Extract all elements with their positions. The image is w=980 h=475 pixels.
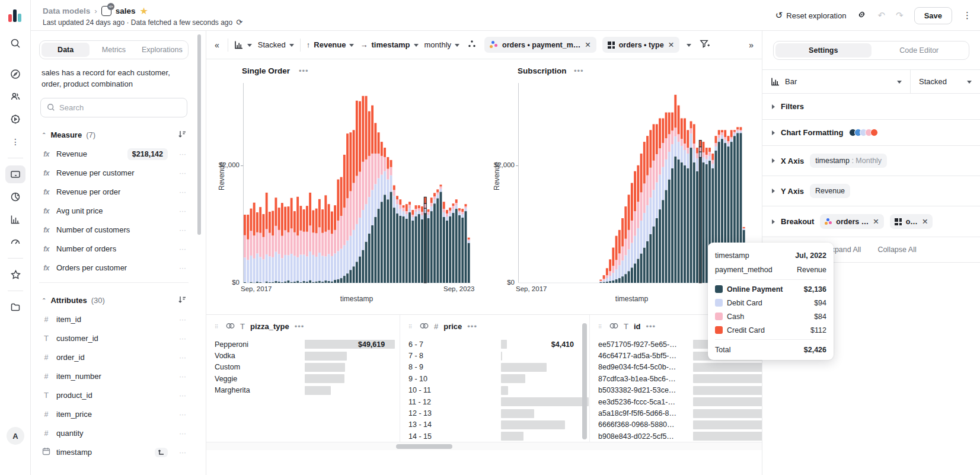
sort-icon[interactable] [178, 130, 186, 140]
measure-item[interactable]: fxAvg unit price··· [39, 202, 189, 221]
stack-mode-select[interactable]: Stacked [910, 70, 980, 93]
section-breakout[interactable]: Breakout orders … ✕ o… ✕ [762, 206, 980, 237]
y-field-dropdown[interactable]: ↑Revenue [307, 40, 355, 49]
preview-row[interactable]: Pepperoni$49,619 [215, 339, 400, 350]
collapse-left-icon[interactable]: « [212, 38, 222, 52]
preview-row[interactable]: 14 - 15 [408, 431, 589, 442]
breakout-pill-type[interactable]: orders • type ✕ [602, 37, 679, 53]
preview-row[interactable]: 7 - 8 [408, 350, 589, 361]
attributes-section-header[interactable]: ⌃ Attributes (30) [42, 294, 186, 308]
breakout-pill-payment-method[interactable]: orders … ✕ [820, 214, 883, 229]
panel-scrollbar[interactable] [582, 323, 587, 439]
row-menu-icon[interactable]: ··· [179, 448, 186, 457]
query-pie-icon[interactable] [5, 188, 25, 206]
attribute-item[interactable]: timestamp··· [39, 443, 189, 462]
preview-row[interactable]: a5a18c9f-f5f6-5d66-8… [598, 407, 762, 419]
redo-icon[interactable]: ↷ [896, 10, 904, 21]
row-menu-icon[interactable]: ··· [179, 264, 186, 272]
bar-chart-icon[interactable] [5, 211, 25, 228]
favorite-star-icon[interactable]: ★ [140, 5, 148, 17]
x-field-dropdown[interactable]: →timestamp [360, 40, 418, 49]
attribute-item[interactable]: Tcustomer_id··· [39, 329, 189, 348]
datasets-icon[interactable] [5, 165, 25, 183]
section-filters[interactable]: Filters [762, 93, 980, 119]
search-icon[interactable] [5, 34, 25, 52]
search-input[interactable]: Search [40, 98, 187, 117]
attribute-item[interactable]: #item_id··· [39, 310, 189, 329]
more-vertical-icon[interactable]: ⋮ [5, 133, 25, 151]
tab-settings[interactable]: Settings [775, 43, 872, 58]
sort-icon[interactable] [178, 296, 186, 305]
row-menu-icon[interactable]: ··· [179, 169, 186, 177]
breadcrumb-model[interactable]: sales [116, 7, 136, 15]
row-menu-icon[interactable]: ··· [179, 226, 186, 234]
favorites-star-icon[interactable] [5, 266, 25, 283]
measure-section-header[interactable]: ⌃ Measure (7) [42, 128, 186, 142]
dashboard-gauge-icon[interactable] [5, 233, 25, 251]
preview-row[interactable]: b908e843-d022-5cf5… [598, 431, 762, 442]
breadcrumb-root[interactable]: Data models [43, 7, 90, 15]
stack-mode-dropdown[interactable]: Stacked [258, 40, 294, 49]
preview-row[interactable]: 9 - 10 [408, 373, 589, 384]
attribute-item[interactable]: #item_price··· [39, 405, 189, 424]
scrollbar-thumb[interactable] [396, 444, 452, 449]
preview-row[interactable]: 12 - 13 [408, 407, 589, 419]
drag-handle-icon[interactable]: ⠿ [215, 326, 221, 328]
attribute-item[interactable]: #order_id··· [39, 348, 189, 367]
measure-item[interactable]: fxRevenue per customer··· [39, 164, 189, 183]
remove-pill-icon[interactable]: ✕ [585, 40, 590, 49]
plot-single-order[interactable] [243, 83, 470, 283]
preview-row[interactable]: Vodka [215, 350, 400, 361]
breakout-pill-type[interactable]: o… ✕ [890, 214, 933, 229]
chart-menu-icon[interactable]: ••• [574, 66, 584, 75]
tab-explorations[interactable]: Explorations [138, 43, 186, 57]
drag-handle-icon[interactable]: ⠿ [408, 326, 414, 328]
header-kebab-icon[interactable]: ⋮ [963, 10, 972, 21]
preview-row[interactable]: 6666f368-0968-5880… [598, 419, 762, 431]
x-axis-badge[interactable]: timestamp : Monthly [810, 154, 887, 168]
attribute-item[interactable]: #quantity··· [39, 424, 189, 443]
preview-row[interactable]: 13 - 14 [408, 419, 589, 431]
row-menu-icon[interactable]: ··· [179, 410, 186, 419]
avatar[interactable]: A [7, 427, 24, 445]
preview-row[interactable]: 8ed9e034-fc54-5c0b-… [598, 362, 762, 373]
section-chart-formatting[interactable]: Chart Formatting [762, 119, 980, 145]
y-axis-badge[interactable]: Revenue [810, 184, 850, 198]
tab-data[interactable]: Data [42, 43, 90, 57]
row-menu-icon[interactable]: ··· [179, 245, 186, 253]
preview-row[interactable]: 10 - 11 [408, 385, 589, 396]
panel-scrollbar[interactable] [197, 34, 201, 235]
row-menu-icon[interactable]: ··· [179, 429, 186, 438]
preview-row[interactable]: ee3d5236-fccc-5ca1-… [598, 396, 762, 407]
users-icon[interactable] [5, 88, 25, 106]
save-button[interactable]: Save [914, 7, 952, 24]
remove-pill-icon[interactable]: ✕ [668, 40, 674, 49]
preview-row[interactable]: 87cdfca3-b1ea-5bc6-… [598, 373, 762, 384]
row-menu-icon[interactable]: ··· [179, 334, 186, 343]
breakout-pill-payment-method[interactable]: orders • payment_m… ✕ [484, 37, 596, 53]
app-logo-icon[interactable] [8, 8, 23, 22]
attribute-item[interactable]: #item_number··· [39, 367, 189, 386]
measure-item[interactable]: fxNumber of customers··· [39, 221, 189, 240]
refresh-icon[interactable]: ⟳ [236, 18, 242, 27]
preview-row[interactable]: Margherita [215, 385, 400, 396]
collapse-all-link[interactable]: Collapse All [877, 246, 916, 254]
settings-gear-icon[interactable] [5, 110, 25, 128]
measure-item[interactable]: fxRevenue per order··· [39, 183, 189, 202]
chart-type-dropdown[interactable] [234, 40, 252, 49]
undo-icon[interactable]: ↶ [877, 10, 885, 21]
section-y-axis[interactable]: Y Axis Revenue [762, 176, 980, 206]
row-menu-icon[interactable]: ··· [179, 353, 186, 362]
granularity-dropdown[interactable]: monthly [424, 40, 460, 49]
preview-row[interactable]: Custom [215, 362, 400, 373]
measure-item[interactable]: fxNumber of orders··· [39, 240, 189, 259]
measure-item[interactable]: fxRevenue$218,142··· [39, 145, 189, 164]
attribute-item[interactable]: Tproduct_id··· [39, 386, 189, 405]
tab-code-editor[interactable]: Code Editor [872, 43, 968, 58]
preview-row[interactable]: 11 - 12 [408, 396, 589, 407]
row-menu-icon[interactable]: ··· [179, 315, 186, 324]
remove-pill-icon[interactable]: ✕ [873, 217, 879, 226]
measure-item[interactable]: fxOrders per customer··· [39, 259, 189, 278]
drag-handle-icon[interactable]: ⠿ [598, 326, 604, 328]
share-link-icon[interactable] [857, 9, 867, 21]
